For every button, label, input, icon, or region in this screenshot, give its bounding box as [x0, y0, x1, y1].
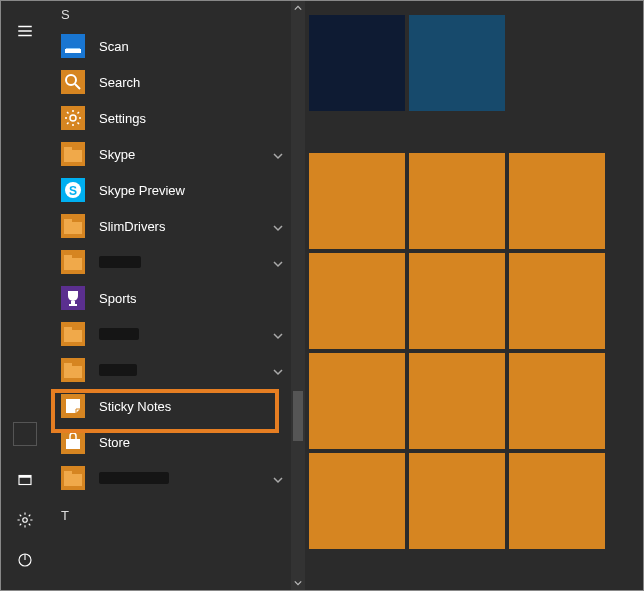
svg-rect-20 [64, 222, 82, 234]
hamburger-icon [16, 22, 34, 40]
svg-point-2 [23, 518, 28, 523]
svg-text:S: S [69, 184, 77, 198]
svg-rect-23 [64, 258, 82, 270]
settings-button[interactable] [1, 500, 49, 540]
svg-rect-7 [66, 48, 80, 49]
hamburger-button[interactable] [1, 11, 49, 51]
svg-rect-27 [69, 304, 77, 306]
app-redacted-folder-2[interactable] [49, 316, 305, 352]
tile-orange-11[interactable] [409, 453, 505, 549]
app-label: Settings [99, 111, 146, 126]
chevron-down-icon [273, 257, 283, 267]
folder-icon [61, 358, 85, 382]
file-explorer-button[interactable] [1, 460, 49, 500]
rail-placeholder[interactable] [13, 422, 37, 446]
svg-rect-5 [61, 34, 85, 58]
scroll-down-icon[interactable] [291, 576, 305, 590]
tile-orange-3[interactable] [509, 153, 605, 249]
app-redacted-folder-1[interactable] [49, 244, 305, 280]
tile-orange-5[interactable] [409, 253, 505, 349]
app-list-scrollbar[interactable] [291, 1, 305, 590]
app-redacted-folder-3[interactable] [49, 352, 305, 388]
app-settings[interactable]: Settings [49, 100, 305, 136]
store-icon [61, 430, 85, 454]
scan-icon [61, 34, 85, 58]
svg-rect-33 [64, 363, 72, 367]
search-icon [61, 70, 85, 94]
chevron-down-icon [273, 473, 283, 483]
app-skype-preview[interactable]: S Skype Preview [49, 172, 305, 208]
svg-rect-15 [64, 147, 72, 151]
folder-icon [61, 250, 85, 274]
app-label-redacted [99, 472, 169, 484]
svg-rect-29 [64, 330, 82, 342]
tile-orange-9[interactable] [509, 353, 605, 449]
app-label-redacted [99, 364, 137, 376]
app-label: Scan [99, 39, 129, 54]
app-label-redacted [99, 328, 139, 340]
app-sticky-notes[interactable]: Sticky Notes [49, 388, 305, 424]
app-sports[interactable]: Sports [49, 280, 305, 316]
app-skype-folder[interactable]: Skype [49, 136, 305, 172]
sticky-notes-icon [61, 394, 85, 418]
svg-rect-8 [61, 70, 85, 94]
letter-header-s[interactable]: S [49, 1, 305, 28]
folder-icon [61, 466, 85, 490]
chevron-down-icon [273, 365, 283, 375]
tile-navy-1[interactable] [309, 15, 405, 111]
tile-orange-7[interactable] [309, 353, 405, 449]
svg-rect-26 [71, 301, 75, 304]
folder-icon [61, 214, 85, 238]
svg-rect-32 [64, 366, 82, 378]
scroll-up-icon[interactable] [291, 1, 305, 15]
file-explorer-icon [16, 471, 34, 489]
app-redacted-folder-4[interactable] [49, 460, 305, 496]
power-icon [16, 551, 34, 569]
power-button[interactable] [1, 540, 49, 580]
svg-rect-21 [64, 219, 72, 223]
svg-rect-30 [64, 327, 72, 331]
app-label: Search [99, 75, 140, 90]
tile-orange-1[interactable] [309, 153, 405, 249]
svg-rect-38 [64, 471, 72, 475]
app-slimdrivers-folder[interactable]: SlimDrivers [49, 208, 305, 244]
svg-rect-37 [64, 474, 82, 486]
gear-icon [16, 511, 34, 529]
svg-rect-11 [61, 106, 85, 130]
svg-rect-24 [64, 255, 72, 259]
tile-orange-4[interactable] [309, 253, 405, 349]
tile-orange-2[interactable] [409, 153, 505, 249]
svg-rect-1 [19, 476, 31, 478]
tile-orange-12[interactable] [509, 453, 605, 549]
app-label: Sports [99, 291, 137, 306]
app-label: Skype Preview [99, 183, 185, 198]
app-search[interactable]: Search [49, 64, 305, 100]
app-label: SlimDrivers [99, 219, 165, 234]
chevron-down-icon [273, 149, 283, 159]
skype-icon: S [61, 178, 85, 202]
chevron-down-icon [273, 329, 283, 339]
app-store[interactable]: Store [49, 424, 305, 460]
folder-icon [61, 142, 85, 166]
app-label: Store [99, 435, 130, 450]
app-label: Sticky Notes [99, 399, 171, 414]
app-label: Skype [99, 147, 135, 162]
tile-orange-10[interactable] [309, 453, 405, 549]
start-menu: S Scan Search Settings Skype [1, 1, 643, 590]
svg-rect-6 [65, 49, 81, 53]
left-rail [1, 1, 49, 590]
scroll-thumb[interactable] [293, 391, 303, 441]
app-label-redacted [99, 256, 141, 268]
chevron-down-icon [273, 221, 283, 231]
trophy-icon [61, 286, 85, 310]
tile-orange-6[interactable] [509, 253, 605, 349]
tile-orange-8[interactable] [409, 353, 505, 449]
tiles-area [305, 1, 643, 590]
app-list: S Scan Search Settings Skype [49, 1, 305, 590]
svg-rect-14 [64, 150, 82, 162]
folder-icon [61, 322, 85, 346]
settings-icon [61, 106, 85, 130]
app-scan[interactable]: Scan [49, 28, 305, 64]
letter-header-t[interactable]: T [49, 502, 305, 529]
tile-navy-2[interactable] [409, 15, 505, 111]
